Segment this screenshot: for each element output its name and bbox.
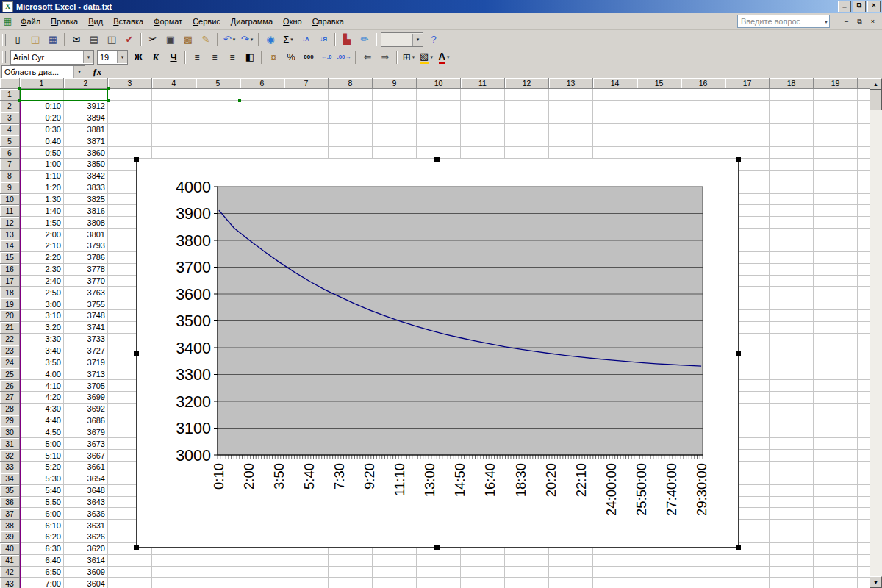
- column-header-5[interactable]: 5: [196, 78, 240, 89]
- cell-r40c1[interactable]: 6:30: [20, 543, 64, 555]
- cell-r41c5[interactable]: [196, 555, 240, 567]
- cell-r42c14[interactable]: [593, 567, 637, 578]
- cell-r3c17[interactable]: [725, 112, 770, 124]
- cell-r41c1[interactable]: 6:40: [20, 555, 64, 567]
- cell-r4c9[interactable]: [373, 124, 417, 136]
- cell-r3c7[interactable]: [284, 112, 329, 124]
- cell-r36c20[interactable]: [858, 497, 870, 509]
- cell-r8c1[interactable]: 1:10: [20, 171, 64, 182]
- formula-input[interactable]: [107, 67, 882, 77]
- cell-r27c19[interactable]: [814, 392, 858, 404]
- cell-r36c19[interactable]: [814, 497, 858, 509]
- cell-r35c1[interactable]: 5:40: [20, 485, 64, 497]
- cell-r2c4[interactable]: [152, 101, 196, 112]
- workbook-close-button[interactable]: ×: [867, 16, 879, 27]
- row-header-31[interactable]: 31: [0, 438, 20, 450]
- cell-r37c1[interactable]: 6:00: [20, 508, 64, 520]
- align-center-button[interactable]: ≡: [207, 50, 223, 65]
- cell-r32c20[interactable]: [858, 450, 870, 462]
- scroll-up-button[interactable]: ▲: [870, 78, 882, 90]
- cell-r5c8[interactable]: [329, 135, 373, 147]
- email-button[interactable]: ✉: [68, 32, 85, 47]
- row-header-35[interactable]: 35: [0, 485, 20, 497]
- cell-r30c1[interactable]: 4:50: [20, 426, 64, 438]
- cell-r38c19[interactable]: [814, 520, 858, 531]
- cell-r3c2[interactable]: 3894: [64, 112, 108, 124]
- cell-r35c19[interactable]: [814, 485, 858, 497]
- cell-r27c20[interactable]: [858, 392, 870, 404]
- cell-r42c8[interactable]: [329, 567, 373, 578]
- range-handle-dot[interactable]: [18, 99, 21, 102]
- chart-resize-handle[interactable]: [434, 545, 440, 550]
- cell-r4c14[interactable]: [593, 124, 637, 136]
- row-header-39[interactable]: 39: [0, 531, 20, 543]
- cell-r21c18[interactable]: [770, 322, 814, 334]
- cell-r6c3[interactable]: [108, 147, 152, 159]
- cell-r4c18[interactable]: [770, 124, 814, 136]
- cell-r17c20[interactable]: [858, 276, 870, 287]
- cell-r6c18[interactable]: [770, 147, 814, 159]
- cell-r5c2[interactable]: 3871: [64, 135, 108, 147]
- currency-style-button[interactable]: ¤: [265, 50, 282, 65]
- column-header-18[interactable]: 18: [770, 78, 814, 89]
- cell-r18c20[interactable]: [858, 287, 870, 298]
- cell-r27c18[interactable]: [770, 392, 814, 404]
- cell-r25c18[interactable]: [770, 368, 814, 380]
- cell-r22c20[interactable]: [858, 334, 870, 345]
- cell-r15c2[interactable]: 3786: [64, 252, 108, 264]
- cell-r42c3[interactable]: [108, 567, 152, 578]
- cell-r6c15[interactable]: [637, 147, 681, 159]
- align-right-button[interactable]: ≡: [224, 50, 240, 65]
- cell-r3c15[interactable]: [637, 112, 681, 124]
- cell-r2c11[interactable]: [461, 101, 505, 112]
- cell-r30c18[interactable]: [770, 426, 814, 438]
- cell-r37c20[interactable]: [858, 508, 870, 520]
- column-header-7[interactable]: 7: [284, 78, 329, 89]
- cell-r2c17[interactable]: [725, 101, 770, 112]
- row-header-13[interactable]: 13: [0, 229, 20, 240]
- row-header-19[interactable]: 19: [0, 298, 20, 310]
- cell-r39c1[interactable]: 6:20: [20, 531, 64, 543]
- row-header-29[interactable]: 29: [0, 415, 20, 427]
- cell-r24c19[interactable]: [814, 356, 858, 368]
- cell-r36c1[interactable]: 5:50: [20, 497, 64, 509]
- cell-r4c6[interactable]: [240, 124, 284, 136]
- cell-r15c20[interactable]: [858, 252, 870, 264]
- cell-r41c8[interactable]: [329, 555, 373, 567]
- cell-r41c15[interactable]: [637, 555, 681, 567]
- cell-r39c20[interactable]: [858, 531, 870, 543]
- font-size-combobox[interactable]: 19 ▾: [97, 50, 128, 65]
- drawing-button[interactable]: ✏: [356, 32, 373, 47]
- restore-button[interactable]: ⧉: [853, 1, 866, 12]
- cell-r1c10[interactable]: [417, 89, 461, 101]
- cell-r43c19[interactable]: [814, 578, 858, 588]
- column-header-4[interactable]: 4: [152, 78, 196, 89]
- increase-decimal-button[interactable]: ←.0: [318, 50, 334, 65]
- cell-r37c2[interactable]: 3636: [64, 508, 108, 520]
- cell-r5c17[interactable]: [725, 135, 770, 147]
- cell-r43c6[interactable]: [240, 578, 284, 588]
- menu-item-8[interactable]: Окно: [278, 15, 307, 27]
- cell-r3c10[interactable]: [417, 112, 461, 124]
- copy-button[interactable]: ▣: [162, 32, 179, 47]
- cell-r2c2[interactable]: 3912: [64, 101, 108, 112]
- cell-r37c19[interactable]: [814, 508, 858, 520]
- cell-r6c2[interactable]: 3860: [64, 147, 108, 159]
- cut-button[interactable]: ✂: [145, 32, 161, 47]
- cell-r34c20[interactable]: [858, 473, 870, 485]
- cell-r28c19[interactable]: [814, 404, 858, 415]
- cell-r3c11[interactable]: [461, 112, 505, 124]
- cell-r3c19[interactable]: [814, 112, 858, 124]
- cell-r11c18[interactable]: [770, 205, 814, 217]
- cell-r9c19[interactable]: [814, 182, 858, 194]
- sort-ascending-button[interactable]: ↓А: [298, 32, 314, 47]
- row-header-4[interactable]: 4: [0, 124, 20, 136]
- cell-r29c1[interactable]: 4:40: [20, 415, 64, 427]
- cell-r23c2[interactable]: 3727: [64, 345, 108, 357]
- menu-item-6[interactable]: Сервис: [187, 15, 226, 27]
- row-header-18[interactable]: 18: [0, 287, 20, 298]
- cell-r17c18[interactable]: [770, 276, 814, 287]
- cell-r3c13[interactable]: [549, 112, 593, 124]
- row-header-10[interactable]: 10: [0, 194, 20, 206]
- cell-r6c5[interactable]: [196, 147, 240, 159]
